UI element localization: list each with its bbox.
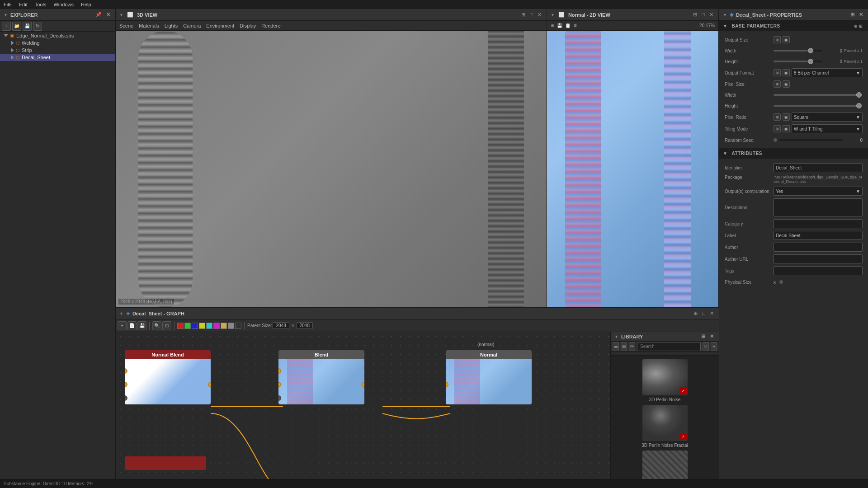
node-normal-blend[interactable]: Normal Blend [125,350,211,404]
swatch-blue[interactable] [192,323,198,329]
section-base-icons[interactable]: ⊕ ⊞ [853,23,864,29]
swatch-green[interactable] [184,323,191,329]
prop-width-slider[interactable] [774,50,822,52]
tree-item-decal-sheet[interactable]: ⬡ Decal_Sheet [0,54,115,61]
view2d-copy-btn[interactable]: 📋 [565,23,571,28]
prop-height-slider[interactable] [774,61,822,62]
swatch-yellow[interactable] [199,323,205,329]
prop-category-input[interactable] [774,219,863,228]
menu-materials[interactable]: Materials [139,23,159,28]
prop-tags-input[interactable] [774,266,863,275]
explorer-add-btn[interactable]: + [2,22,11,31]
lib-thumb-perlin[interactable]: ↗ [642,359,688,395]
menu-help[interactable]: Help [81,2,91,7]
prop-author-input[interactable] [774,243,863,252]
graph-tb-save[interactable]: 💾 [137,321,146,330]
port-blend-out[interactable] [362,382,364,387]
prop-outputs-comp-dropdown[interactable]: Yes ▼ [774,187,863,196]
graph-canvas[interactable]: Normal Blend [116,332,610,479]
prop-desc-textarea[interactable] [774,198,863,216]
lib-thumb-fractal-arrow[interactable]: ↗ [679,433,687,440]
swatch-cyan[interactable] [206,323,212,329]
menu-environment[interactable]: Environment [206,23,234,28]
port-in-2[interactable] [125,382,127,387]
prop-output-link-icon[interactable]: ⊞ [774,36,781,43]
prop-format-icon2[interactable]: ▣ [783,69,790,76]
library-list-btn[interactable]: ☰ [613,342,619,351]
graph-close-icon[interactable]: ✕ [708,310,715,317]
prop-ratio-dropdown[interactable]: Square ▼ [792,113,863,122]
view2d-pop-icon[interactable]: ⊞ [692,11,698,18]
prop-pixel-width-slider[interactable] [774,94,863,96]
library-filter-btn[interactable]: ▽ [703,342,709,351]
prop-tiling-dropdown[interactable]: W and T Tiling ▼ [792,124,863,133]
library-close-icon[interactable]: ✕ [708,333,715,340]
view2d-max-icon[interactable]: □ [700,11,706,18]
menu-camera[interactable]: Camera [183,23,201,28]
node-normal[interactable]: Normal [446,350,532,404]
menu-file[interactable]: File [4,2,12,7]
prop-pixel-height-slider[interactable] [774,105,863,107]
section-attributes[interactable]: ▼ ATTRIBUTES [719,148,868,159]
menu-display[interactable]: Display [240,23,256,28]
swatch-red[interactable] [177,323,184,329]
prop-output-icon2[interactable]: ▣ [783,36,790,43]
menu-lights[interactable]: Lights [165,23,178,28]
menu-windows[interactable]: Windows [53,2,74,7]
parent-size-dropdown[interactable]: 2048 [273,322,289,329]
swatch-gray[interactable] [228,323,234,329]
lib-thumb-arrow[interactable]: ↗ [679,387,687,394]
explorer-folder-btn[interactable]: 📁 [12,22,21,31]
graph-pop-icon[interactable]: ⊞ [692,310,699,317]
swatch-magenta[interactable] [213,323,220,329]
prop-seed-slider[interactable] [779,139,843,141]
port-in-3[interactable] [125,395,127,401]
library-pop-icon[interactable]: ⊞ [700,333,707,340]
menu-renderer[interactable]: Renderer [261,23,282,28]
prop-format-dropdown[interactable]: 8 Bit per Channel ▼ [792,68,863,77]
graph-tb-add[interactable]: + [118,321,127,330]
props-close-icon[interactable]: ✕ [858,11,864,18]
graph-max-icon[interactable]: □ [701,310,707,317]
explorer-refresh-btn[interactable]: ↻ [33,22,42,31]
lib-thumb-perlin-fractal[interactable]: ↗ [642,405,688,441]
swatch-orange[interactable] [221,323,227,329]
graph-tb-file[interactable]: 📄 [127,321,137,330]
swatch-dark[interactable] [235,323,241,329]
tree-item-root[interactable]: ◉ Edge_Normal_Decals.sbs [0,32,115,39]
library-expand-btn[interactable]: » [711,342,717,351]
parent-size-dropdown-2[interactable]: 2048 [297,322,313,329]
lib-thumb-extra[interactable] [642,450,688,479]
prop-tiling-icon2[interactable]: ▣ [783,125,790,132]
explorer-pin-icon[interactable]: 📌 [94,11,103,18]
port-out[interactable] [208,382,211,387]
view2d-close-icon[interactable]: ✕ [708,11,715,18]
explorer-save-btn[interactable]: 💾 [23,22,32,31]
library-edit-btn[interactable]: ✏ [629,342,635,351]
menu-edit[interactable]: Edit [19,2,28,7]
node-blend[interactable]: Blend [278,350,364,404]
view3d-pop-icon[interactable]: ⊞ [520,11,527,18]
prop-tiling-icon1[interactable]: ⊞ [774,125,781,132]
view2d-tool-btn[interactable]: ⊕ [551,23,554,28]
graph-tb-fit[interactable]: ⊡ [162,321,171,330]
node-bottom-stub[interactable] [125,456,206,470]
port-in-1[interactable] [125,368,127,374]
prop-pixel-icon2[interactable]: ▣ [783,80,790,88]
prop-ratio-icon1[interactable]: ⊞ [774,113,781,121]
view2d-settings-btn[interactable]: ⚙ [573,23,577,28]
library-grid-btn[interactable]: ⊞ [621,342,627,351]
tree-item-welding[interactable]: ⬡ Welding [0,39,115,47]
prop-pixel-icon1[interactable]: ⊞ [774,80,781,88]
prop-format-icon[interactable]: ⊞ [774,69,781,76]
view3d-close-icon[interactable]: ✕ [536,11,543,18]
graph-tb-zoom[interactable]: 🔍 [152,321,161,330]
explorer-close-icon[interactable]: ✕ [105,11,112,18]
menu-tools[interactable]: Tools [35,2,47,7]
prop-author-url-input[interactable] [774,254,863,263]
prop-label-input[interactable] [774,231,863,240]
props-pop-icon[interactable]: ⊞ [849,11,856,18]
section-base-params[interactable]: ▼ BASE PARAMETERS ⊕ ⊞ [719,21,868,32]
view2d-save-btn[interactable]: 💾 [557,23,562,28]
prop-identifier-input[interactable] [774,163,863,172]
